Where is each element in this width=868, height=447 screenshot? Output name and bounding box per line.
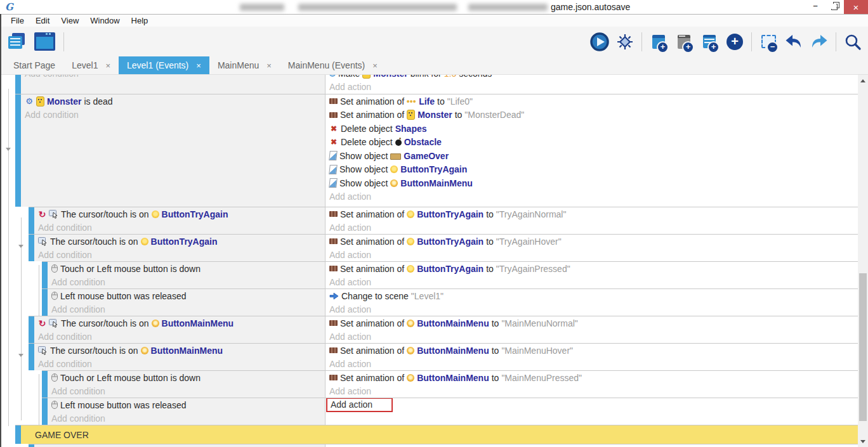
event-row[interactable]: The cursor/touch is on ButtonMainMenuAdd… bbox=[0, 343, 868, 370]
menu-item-window[interactable]: Window bbox=[84, 16, 125, 25]
menu-item-file[interactable]: File bbox=[5, 16, 30, 25]
conditions-cell[interactable]: ↻The cursor/touch is on ButtonTryAgainAd… bbox=[34, 207, 325, 234]
action-row[interactable]: Show object GameOver bbox=[326, 149, 858, 163]
conditions-cell[interactable]: Left mouse button was releasedAdd condit… bbox=[48, 398, 325, 425]
project-manager-button[interactable] bbox=[5, 30, 28, 54]
add-event-button[interactable] bbox=[647, 30, 670, 54]
actions-cell[interactable]: Make Monster blink for 1.5 secondsAdd ac… bbox=[325, 75, 858, 94]
add-action-button[interactable]: Add action bbox=[326, 276, 858, 289]
scroll-down-icon[interactable] bbox=[860, 440, 865, 443]
tab-close-icon[interactable]: × bbox=[196, 61, 201, 70]
conditions-cell[interactable]: Touch or Left mouse button is downAdd co… bbox=[48, 370, 325, 398]
add-action-button[interactable]: Add action bbox=[326, 249, 858, 262]
add-action-button[interactable]: Add action bbox=[326, 385, 858, 398]
add-action-button[interactable]: Add action bbox=[326, 81, 858, 94]
add-action-button[interactable]: Add action bbox=[326, 221, 858, 235]
conditions-cell[interactable]: Add condition bbox=[21, 75, 325, 94]
menu-item-edit[interactable]: Edit bbox=[30, 16, 55, 25]
event-row[interactable]: ⚙Monster is deadAdd conditionSet animati… bbox=[0, 94, 868, 207]
tab-level1[interactable]: Level1× bbox=[63, 56, 119, 74]
event-row[interactable]: Touch or Left mouse button is downAdd co… bbox=[0, 370, 868, 398]
scene-editor-button[interactable] bbox=[33, 30, 56, 54]
action-row[interactable]: ✖Delete object Obstacle bbox=[326, 136, 858, 150]
conditions-cell[interactable]: ↻The cursor/touch is on ButtonMainMenuAd… bbox=[34, 316, 325, 343]
condition-row[interactable]: Touch or Left mouse button is down bbox=[48, 262, 325, 276]
event-row[interactable]: Left mouse button was releasedAdd condit… bbox=[0, 398, 868, 425]
tab-level1-events-[interactable]: Level1 (Events)× bbox=[119, 56, 209, 74]
action-row[interactable]: Show object ButtonTryAgain bbox=[326, 163, 858, 177]
add-condition-button[interactable]: Add condition bbox=[48, 412, 325, 425]
comment-bar[interactable]: GAME OVER bbox=[21, 425, 858, 444]
redo-button[interactable] bbox=[808, 30, 831, 54]
menu-item-view[interactable]: View bbox=[55, 16, 84, 25]
condition-row[interactable]: Left mouse button was released bbox=[48, 289, 325, 303]
event-row[interactable]: Touch or Left mouse button is downAdd co… bbox=[0, 261, 868, 288]
condition-row[interactable]: ↻The cursor/touch is on ButtonTryAgain bbox=[34, 207, 325, 221]
add-condition-button[interactable]: Add condition bbox=[34, 330, 325, 344]
minimize-button[interactable]: – bbox=[806, 0, 825, 14]
event-row[interactable]: The cursor/touch is on ButtonTryAgainAdd… bbox=[0, 234, 868, 261]
conditions-cell[interactable]: The cursor/touch is on ButtonTryAgainAdd… bbox=[34, 234, 325, 261]
event-row[interactable]: Left mouse button was releasedAdd condit… bbox=[0, 288, 868, 316]
add-condition-button[interactable]: Add condition bbox=[48, 276, 325, 289]
search-button[interactable] bbox=[841, 30, 864, 54]
tab-close-icon[interactable]: × bbox=[372, 61, 378, 70]
condition-row[interactable]: Left mouse button was released bbox=[48, 398, 325, 412]
add-condition-button[interactable]: Add condition bbox=[34, 358, 325, 371]
add-condition-button[interactable]: Add condition bbox=[48, 385, 325, 398]
tab-close-icon[interactable]: × bbox=[266, 61, 272, 70]
add-sub-event-button[interactable] bbox=[673, 30, 695, 54]
condition-row[interactable]: The cursor/touch is on ButtonMainMenu bbox=[34, 344, 325, 358]
action-row[interactable]: Set animation of ButtonMainMenu to "Main… bbox=[326, 344, 858, 358]
add-other-event-button[interactable] bbox=[723, 30, 746, 54]
event-row[interactable]: ↻The cursor/touch is on ButtonMainMenuAd… bbox=[0, 316, 868, 343]
add-condition-button[interactable]: Add condition bbox=[34, 221, 325, 235]
actions-cell[interactable]: Add action bbox=[325, 398, 858, 425]
condition-row[interactable]: ⚙Monster is dead bbox=[21, 94, 325, 108]
undo-button[interactable] bbox=[782, 30, 805, 54]
condition-row[interactable]: The cursor/touch is on ButtonTryAgain bbox=[34, 235, 325, 249]
action-row[interactable]: ✖Delete object Shapes bbox=[326, 122, 858, 136]
menu-item-help[interactable]: Help bbox=[126, 16, 154, 25]
actions-cell[interactable]: Set animation of Life to "Life0"Set anim… bbox=[325, 94, 858, 207]
condition-row[interactable]: Touch or Left mouse button is down bbox=[48, 371, 325, 385]
event-row[interactable]: Add conditionMake Monster blink for 1.5 … bbox=[0, 75, 868, 94]
action-row[interactable]: Make Monster blink for 1.5 seconds bbox=[326, 75, 858, 81]
conditions-cell[interactable]: Left mouse button was releasedAdd condit… bbox=[48, 288, 325, 316]
add-condition-button[interactable]: Add condition bbox=[34, 249, 325, 262]
scrollbar-thumb[interactable] bbox=[859, 273, 867, 421]
tab-start-page[interactable]: Start Page bbox=[5, 56, 63, 74]
add-condition-button[interactable]: Add condition bbox=[48, 303, 325, 316]
action-row[interactable]: Set animation of Life to "Life0" bbox=[326, 94, 858, 108]
comment-event-row[interactable]: GAME OVER bbox=[0, 425, 868, 444]
add-action-button[interactable]: Add action bbox=[326, 358, 858, 371]
tab-mainmenu-events-[interactable]: MainMenu (Events)× bbox=[280, 56, 386, 74]
actions-cell[interactable]: Set animation of ButtonTryAgain to "TryA… bbox=[325, 234, 858, 261]
action-row[interactable]: Show object ButtonMainMenu bbox=[326, 176, 858, 190]
scroll-up-icon[interactable] bbox=[860, 79, 865, 82]
actions-cell[interactable]: Set animation of ButtonMainMenu to "Main… bbox=[325, 343, 858, 370]
conditions-cell[interactable]: ⚙Monster is deadAdd condition bbox=[21, 94, 325, 207]
add-comment-button[interactable] bbox=[698, 30, 721, 54]
add-condition-button[interactable]: Add condition bbox=[21, 75, 325, 81]
action-row[interactable]: Set animation of ButtonMainMenu to "Main… bbox=[326, 316, 858, 330]
debugger-button[interactable] bbox=[614, 30, 636, 54]
action-row[interactable]: Set animation of ButtonTryAgain to "TryA… bbox=[326, 235, 858, 249]
tab-mainmenu[interactable]: MainMenu× bbox=[209, 56, 280, 74]
restore-button[interactable] bbox=[825, 0, 844, 14]
vertical-scrollbar[interactable] bbox=[858, 75, 868, 447]
event-row[interactable]: ↻The cursor/touch is on ButtonTryAgainAd… bbox=[0, 207, 868, 234]
condition-row[interactable]: ↻The cursor/touch is on ButtonMainMenu bbox=[34, 316, 325, 330]
action-row[interactable]: Set animation of ButtonMainMenu to "Main… bbox=[326, 371, 858, 385]
unselect-all-button[interactable] bbox=[757, 30, 780, 54]
add-action-button[interactable]: Add action bbox=[326, 398, 858, 412]
conditions-cell[interactable]: Touch or Left mouse button is downAdd co… bbox=[48, 261, 325, 288]
actions-cell[interactable]: Set animation of ButtonTryAgain to "TryA… bbox=[325, 261, 858, 288]
action-row[interactable]: Change to scene "Level1" bbox=[326, 289, 858, 303]
add-action-button[interactable]: Add action bbox=[326, 330, 858, 344]
actions-cell[interactable]: Set animation of ButtonTryAgain to "TryA… bbox=[325, 207, 858, 234]
add-action-button[interactable]: Add action bbox=[326, 190, 858, 204]
tab-close-icon[interactable]: × bbox=[105, 61, 110, 70]
actions-cell[interactable]: Set animation of ButtonMainMenu to "Main… bbox=[325, 370, 858, 398]
conditions-cell[interactable]: The cursor/touch is on ButtonMainMenuAdd… bbox=[34, 343, 325, 370]
